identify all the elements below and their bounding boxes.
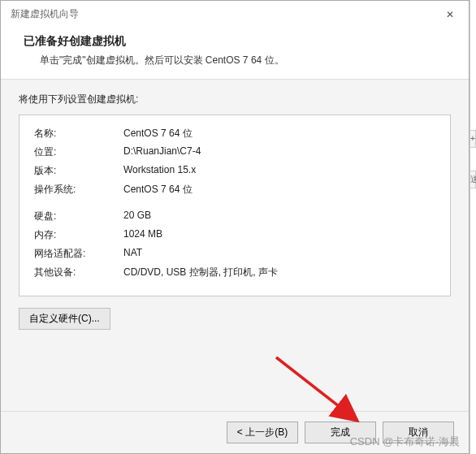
edge-button-1[interactable]: +	[470, 130, 476, 148]
settings-row: 内存:1024 MB	[34, 228, 435, 242]
settings-row: 硬盘:20 GB	[34, 210, 435, 223]
settings-label: 硬盘:	[34, 210, 123, 223]
settings-row: 版本:Workstation 15.x	[34, 164, 435, 178]
customize-hardware-button[interactable]: 自定义硬件(C)...	[19, 308, 110, 330]
settings-value: 20 GB	[123, 210, 435, 223]
settings-row: 操作系统:CentOS 7 64 位	[34, 183, 435, 197]
header-heading: 已准备好创建虚拟机	[24, 34, 446, 49]
settings-label: 内存:	[34, 228, 123, 242]
right-edge-strip: + 送	[470, 0, 476, 454]
titlebar: 新建虚拟机向导 ✕	[1, 1, 469, 28]
wizard-window: 新建虚拟机向导 ✕ 已准备好创建虚拟机 单击"完成"创建虚拟机。然后可以安装 C…	[0, 0, 470, 454]
settings-row: 其他设备:CD/DVD, USB 控制器, 打印机, 声卡	[34, 266, 435, 279]
settings-label: 网络适配器:	[34, 247, 123, 261]
content-section: 将使用下列设置创建虚拟机: 名称:CentOS 7 64 位位置:D:\Ruan…	[1, 80, 469, 411]
settings-label: 名称:	[34, 127, 123, 141]
settings-value: CentOS 7 64 位	[123, 183, 435, 197]
settings-label: 位置:	[34, 145, 123, 159]
settings-value: NAT	[123, 247, 435, 261]
close-icon[interactable]: ✕	[441, 9, 459, 20]
settings-row: 名称:CentOS 7 64 位	[34, 127, 435, 141]
content-intro: 将使用下列设置创建虚拟机:	[19, 93, 451, 106]
settings-value: CentOS 7 64 位	[123, 127, 435, 141]
settings-label: 其他设备:	[34, 266, 123, 279]
settings-value: CD/DVD, USB 控制器, 打印机, 声卡	[123, 266, 435, 279]
edge-button-2[interactable]: 送	[470, 171, 476, 188]
header-description: 单击"完成"创建虚拟机。然后可以安装 CentOS 7 64 位。	[24, 54, 446, 67]
settings-value: Workstation 15.x	[123, 164, 435, 178]
back-button[interactable]: < 上一步(B)	[227, 422, 298, 443]
settings-value: D:\RuanJian\C7-4	[123, 145, 435, 159]
window-title: 新建虚拟机向导	[11, 7, 79, 21]
settings-label: 操作系统:	[34, 183, 123, 197]
settings-row: 位置:D:\RuanJian\C7-4	[34, 145, 435, 159]
settings-panel: 名称:CentOS 7 64 位位置:D:\RuanJian\C7-4版本:Wo…	[19, 115, 451, 296]
settings-value: 1024 MB	[123, 228, 435, 242]
settings-label: 版本:	[34, 164, 123, 178]
settings-row: 网络适配器:NAT	[34, 247, 435, 261]
watermark-text: CSDN @卡布奇诺·海晨	[350, 435, 460, 449]
header-section: 已准备好创建虚拟机 单击"完成"创建虚拟机。然后可以安装 CentOS 7 64…	[1, 28, 469, 80]
